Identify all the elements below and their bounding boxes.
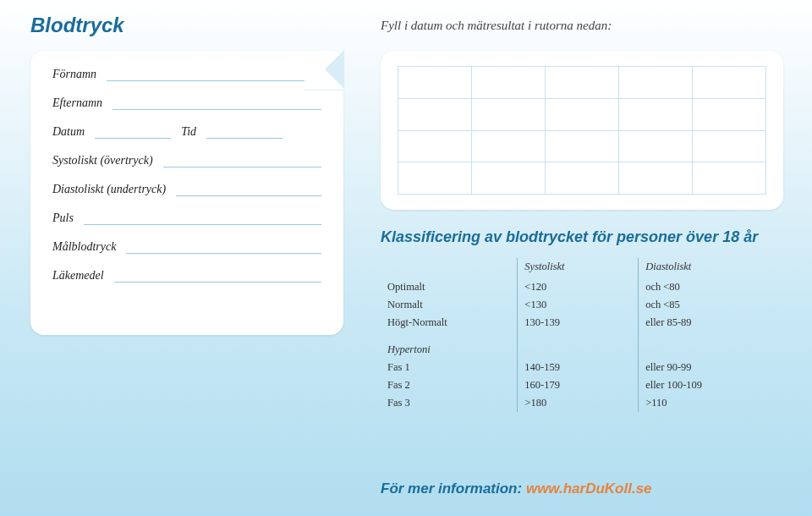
- field-puls: Puls: [52, 211, 321, 225]
- grid-cell[interactable]: [472, 130, 546, 162]
- row-sys: <130: [518, 296, 639, 314]
- input-line-diastoliskt[interactable]: [176, 184, 321, 196]
- header-diastoliskt: Diastoliskt: [639, 258, 783, 278]
- label-puls: Puls: [52, 211, 74, 225]
- grid-cell[interactable]: [693, 98, 766, 130]
- row-dia: och <80: [639, 278, 783, 296]
- patient-form-card: Förnamn Efternamn Datum Tid Systoliskt (…: [30, 51, 343, 335]
- grid-cell[interactable]: [619, 130, 693, 162]
- table-row: Fas 1 140-159 eller 90-99: [381, 359, 783, 376]
- row-sys: 130-139: [518, 314, 639, 332]
- input-line-malblodtryck[interactable]: [126, 241, 321, 254]
- grid-cell[interactable]: [693, 162, 766, 195]
- grid-cell[interactable]: [619, 98, 693, 130]
- row-sys: <120: [518, 278, 639, 296]
- row-dia: eller 90-99: [639, 359, 783, 376]
- row-label: Fas 2: [381, 376, 518, 394]
- dog-ear-corner: [304, 50, 344, 91]
- label-systoliskt: Systoliskt (övertryck): [52, 154, 153, 167]
- input-line-efternamn[interactable]: [112, 97, 321, 110]
- row-label: Fas 3: [381, 394, 518, 412]
- footer-url[interactable]: www.harDuKoll.se: [526, 480, 652, 497]
- input-line-fornamn[interactable]: [107, 69, 321, 81]
- measurement-grid: [398, 66, 766, 195]
- grid-cell[interactable]: [398, 67, 472, 99]
- field-systoliskt: Systoliskt (övertryck): [52, 154, 321, 167]
- page-title: Blodtryck: [30, 14, 124, 37]
- grid-cell[interactable]: [472, 67, 546, 99]
- hypertoni-label: Hypertoni: [381, 332, 518, 359]
- grid-cell[interactable]: [398, 98, 472, 130]
- row-dia: >110: [639, 394, 783, 412]
- row-label: Optimalt: [381, 278, 518, 296]
- grid-cell[interactable]: [619, 67, 693, 99]
- input-line-puls[interactable]: [84, 212, 321, 225]
- grid-cell[interactable]: [693, 67, 766, 99]
- measurement-grid-card: [381, 51, 783, 210]
- table-row: Normalt <130 och <85: [381, 296, 783, 314]
- hypertoni-section: Hypertoni: [381, 332, 783, 359]
- grid-cell[interactable]: [398, 130, 472, 162]
- row-dia: eller 85-89: [639, 314, 783, 332]
- row-label: Normalt: [381, 296, 518, 314]
- instruction-text: Fyll i datum och mätresultat i rutorna n…: [381, 19, 612, 33]
- row-sys: >180: [518, 394, 639, 412]
- field-fornamn: Förnamn: [52, 68, 321, 81]
- table-row: Högt-Normalt 130-139 eller 85-89: [381, 314, 783, 332]
- footer-info: För mer information: www.harDuKoll.se: [381, 480, 652, 497]
- grid-cell[interactable]: [619, 162, 693, 195]
- classification-table: Systoliskt Diastoliskt Optimalt <120 och…: [381, 258, 783, 412]
- grid-cell[interactable]: [398, 162, 472, 195]
- row-sys: 160-179: [518, 376, 639, 394]
- field-efternamn: Efternamn: [52, 96, 321, 110]
- table-header-row: Systoliskt Diastoliskt: [381, 258, 783, 278]
- input-line-datum[interactable]: [95, 126, 171, 139]
- footer-lead: För mer information:: [381, 480, 526, 497]
- label-efternamn: Efternamn: [52, 96, 102, 110]
- field-malblodtryck: Målblodtryck: [52, 240, 321, 254]
- grid-cell[interactable]: [546, 130, 619, 162]
- grid-cell[interactable]: [693, 130, 766, 162]
- input-line-systoliskt[interactable]: [163, 155, 321, 167]
- table-row: Fas 3 >180 >110: [381, 394, 783, 412]
- input-line-lakemedel[interactable]: [114, 270, 321, 283]
- label-datum: Datum: [52, 125, 85, 139]
- table-row: Optimalt <120 och <80: [381, 278, 783, 296]
- label-tid: Tid: [181, 125, 196, 139]
- label-diastoliskt: Diastoliskt (undertryck): [52, 183, 166, 196]
- row-label: Fas 1: [381, 359, 518, 376]
- input-line-tid[interactable]: [206, 126, 283, 139]
- grid-cell[interactable]: [472, 162, 546, 195]
- row-sys: 140-159: [518, 359, 639, 376]
- field-diastoliskt: Diastoliskt (undertryck): [52, 183, 321, 196]
- classification-title: Klassificering av blodtrycket för person…: [381, 228, 783, 246]
- grid-cell[interactable]: [546, 162, 619, 195]
- field-datum-tid: Datum Tid: [52, 125, 321, 139]
- row-dia: eller 100-109: [639, 376, 783, 394]
- grid-cell[interactable]: [546, 98, 619, 130]
- label-malblodtryck: Målblodtryck: [52, 240, 116, 254]
- field-lakemedel: Läkemedel: [52, 269, 321, 283]
- label-lakemedel: Läkemedel: [52, 269, 104, 283]
- label-fornamn: Förnamn: [52, 68, 96, 81]
- classification-block: Klassificering av blodtrycket för person…: [381, 228, 783, 412]
- row-dia: och <85: [639, 296, 783, 314]
- table-row: Fas 2 160-179 eller 100-109: [381, 376, 783, 394]
- grid-cell[interactable]: [472, 98, 546, 130]
- header-systoliskt: Systoliskt: [518, 258, 639, 278]
- grid-cell[interactable]: [546, 67, 619, 99]
- row-label: Högt-Normalt: [381, 314, 518, 332]
